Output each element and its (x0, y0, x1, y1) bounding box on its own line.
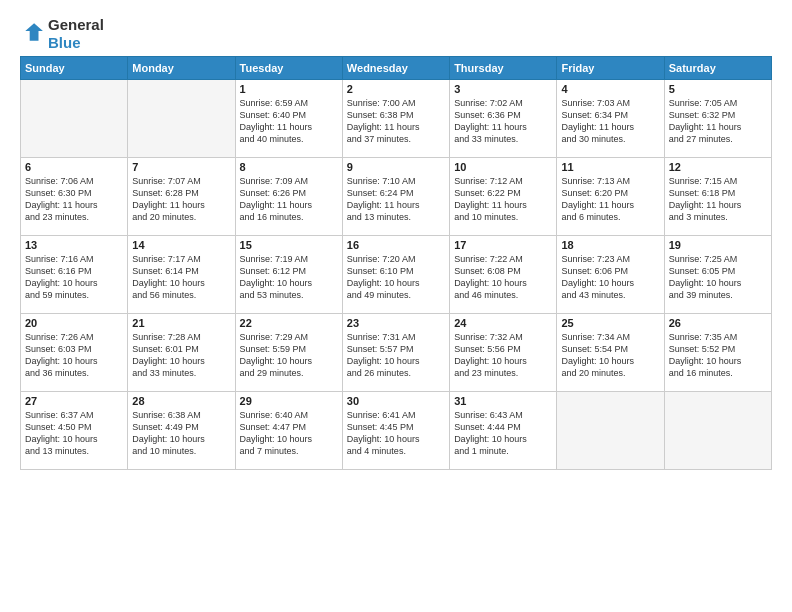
col-header-friday: Friday (557, 57, 664, 80)
cell-info: Sunrise: 7:02 AM Sunset: 6:36 PM Dayligh… (454, 97, 552, 146)
day-number: 1 (240, 83, 338, 95)
cell-info: Sunrise: 7:00 AM Sunset: 6:38 PM Dayligh… (347, 97, 445, 146)
calendar-cell: 6Sunrise: 7:06 AM Sunset: 6:30 PM Daylig… (21, 158, 128, 236)
calendar-cell: 9Sunrise: 7:10 AM Sunset: 6:24 PM Daylig… (342, 158, 449, 236)
cell-info: Sunrise: 7:13 AM Sunset: 6:20 PM Dayligh… (561, 175, 659, 224)
header-row: SundayMondayTuesdayWednesdayThursdayFrid… (21, 57, 772, 80)
calendar-cell: 2Sunrise: 7:00 AM Sunset: 6:38 PM Daylig… (342, 80, 449, 158)
day-number: 4 (561, 83, 659, 95)
cell-info: Sunrise: 7:07 AM Sunset: 6:28 PM Dayligh… (132, 175, 230, 224)
calendar-cell: 19Sunrise: 7:25 AM Sunset: 6:05 PM Dayli… (664, 236, 771, 314)
calendar-cell: 4Sunrise: 7:03 AM Sunset: 6:34 PM Daylig… (557, 80, 664, 158)
cell-info: Sunrise: 7:26 AM Sunset: 6:03 PM Dayligh… (25, 331, 123, 380)
day-number: 8 (240, 161, 338, 173)
day-number: 26 (669, 317, 767, 329)
day-number: 14 (132, 239, 230, 251)
cell-info: Sunrise: 7:16 AM Sunset: 6:16 PM Dayligh… (25, 253, 123, 302)
week-row-5: 27Sunrise: 6:37 AM Sunset: 4:50 PM Dayli… (21, 392, 772, 470)
day-number: 25 (561, 317, 659, 329)
cell-info: Sunrise: 7:22 AM Sunset: 6:08 PM Dayligh… (454, 253, 552, 302)
calendar-cell: 28Sunrise: 6:38 AM Sunset: 4:49 PM Dayli… (128, 392, 235, 470)
day-number: 2 (347, 83, 445, 95)
day-number: 12 (669, 161, 767, 173)
calendar-cell: 30Sunrise: 6:41 AM Sunset: 4:45 PM Dayli… (342, 392, 449, 470)
cell-info: Sunrise: 7:32 AM Sunset: 5:56 PM Dayligh… (454, 331, 552, 380)
cell-info: Sunrise: 6:43 AM Sunset: 4:44 PM Dayligh… (454, 409, 552, 458)
day-number: 31 (454, 395, 552, 407)
cell-info: Sunrise: 7:23 AM Sunset: 6:06 PM Dayligh… (561, 253, 659, 302)
day-number: 20 (25, 317, 123, 329)
day-number: 3 (454, 83, 552, 95)
day-number: 6 (25, 161, 123, 173)
calendar-cell (664, 392, 771, 470)
day-number: 22 (240, 317, 338, 329)
calendar-cell (557, 392, 664, 470)
day-number: 13 (25, 239, 123, 251)
col-header-wednesday: Wednesday (342, 57, 449, 80)
cell-info: Sunrise: 7:12 AM Sunset: 6:22 PM Dayligh… (454, 175, 552, 224)
day-number: 16 (347, 239, 445, 251)
calendar-cell: 8Sunrise: 7:09 AM Sunset: 6:26 PM Daylig… (235, 158, 342, 236)
day-number: 30 (347, 395, 445, 407)
logo: General Blue (20, 16, 104, 52)
calendar-cell: 13Sunrise: 7:16 AM Sunset: 6:16 PM Dayli… (21, 236, 128, 314)
col-header-sunday: Sunday (21, 57, 128, 80)
col-header-saturday: Saturday (664, 57, 771, 80)
calendar-cell: 1Sunrise: 6:59 AM Sunset: 6:40 PM Daylig… (235, 80, 342, 158)
cell-info: Sunrise: 6:37 AM Sunset: 4:50 PM Dayligh… (25, 409, 123, 458)
calendar-cell: 3Sunrise: 7:02 AM Sunset: 6:36 PM Daylig… (450, 80, 557, 158)
cell-info: Sunrise: 7:28 AM Sunset: 6:01 PM Dayligh… (132, 331, 230, 380)
cell-info: Sunrise: 6:38 AM Sunset: 4:49 PM Dayligh… (132, 409, 230, 458)
calendar-cell: 15Sunrise: 7:19 AM Sunset: 6:12 PM Dayli… (235, 236, 342, 314)
day-number: 17 (454, 239, 552, 251)
day-number: 24 (454, 317, 552, 329)
day-number: 18 (561, 239, 659, 251)
cell-info: Sunrise: 6:40 AM Sunset: 4:47 PM Dayligh… (240, 409, 338, 458)
calendar-cell: 27Sunrise: 6:37 AM Sunset: 4:50 PM Dayli… (21, 392, 128, 470)
cell-info: Sunrise: 6:41 AM Sunset: 4:45 PM Dayligh… (347, 409, 445, 458)
logo-line2: Blue (48, 34, 104, 52)
calendar-cell: 21Sunrise: 7:28 AM Sunset: 6:01 PM Dayli… (128, 314, 235, 392)
week-row-4: 20Sunrise: 7:26 AM Sunset: 6:03 PM Dayli… (21, 314, 772, 392)
cell-info: Sunrise: 7:20 AM Sunset: 6:10 PM Dayligh… (347, 253, 445, 302)
calendar-cell: 18Sunrise: 7:23 AM Sunset: 6:06 PM Dayli… (557, 236, 664, 314)
calendar-cell: 14Sunrise: 7:17 AM Sunset: 6:14 PM Dayli… (128, 236, 235, 314)
calendar-cell: 20Sunrise: 7:26 AM Sunset: 6:03 PM Dayli… (21, 314, 128, 392)
day-number: 15 (240, 239, 338, 251)
day-number: 28 (132, 395, 230, 407)
calendar-cell: 24Sunrise: 7:32 AM Sunset: 5:56 PM Dayli… (450, 314, 557, 392)
calendar-cell: 11Sunrise: 7:13 AM Sunset: 6:20 PM Dayli… (557, 158, 664, 236)
cell-info: Sunrise: 7:15 AM Sunset: 6:18 PM Dayligh… (669, 175, 767, 224)
col-header-monday: Monday (128, 57, 235, 80)
day-number: 29 (240, 395, 338, 407)
calendar-cell: 16Sunrise: 7:20 AM Sunset: 6:10 PM Dayli… (342, 236, 449, 314)
cell-info: Sunrise: 7:06 AM Sunset: 6:30 PM Dayligh… (25, 175, 123, 224)
day-number: 10 (454, 161, 552, 173)
day-number: 9 (347, 161, 445, 173)
cell-info: Sunrise: 7:25 AM Sunset: 6:05 PM Dayligh… (669, 253, 767, 302)
cell-info: Sunrise: 7:05 AM Sunset: 6:32 PM Dayligh… (669, 97, 767, 146)
day-number: 21 (132, 317, 230, 329)
cell-info: Sunrise: 6:59 AM Sunset: 6:40 PM Dayligh… (240, 97, 338, 146)
calendar-cell: 23Sunrise: 7:31 AM Sunset: 5:57 PM Dayli… (342, 314, 449, 392)
day-number: 11 (561, 161, 659, 173)
header: General Blue (20, 16, 772, 52)
svg-marker-0 (25, 23, 43, 41)
cell-info: Sunrise: 7:34 AM Sunset: 5:54 PM Dayligh… (561, 331, 659, 380)
calendar-cell (128, 80, 235, 158)
calendar-cell: 26Sunrise: 7:35 AM Sunset: 5:52 PM Dayli… (664, 314, 771, 392)
cell-info: Sunrise: 7:31 AM Sunset: 5:57 PM Dayligh… (347, 331, 445, 380)
calendar-cell: 29Sunrise: 6:40 AM Sunset: 4:47 PM Dayli… (235, 392, 342, 470)
logo-line1: General (48, 16, 104, 34)
day-number: 5 (669, 83, 767, 95)
cell-info: Sunrise: 7:09 AM Sunset: 6:26 PM Dayligh… (240, 175, 338, 224)
page: General Blue SundayMondayTuesdayWednesda… (0, 0, 792, 480)
calendar-cell: 31Sunrise: 6:43 AM Sunset: 4:44 PM Dayli… (450, 392, 557, 470)
day-number: 7 (132, 161, 230, 173)
cell-info: Sunrise: 7:35 AM Sunset: 5:52 PM Dayligh… (669, 331, 767, 380)
calendar-cell: 7Sunrise: 7:07 AM Sunset: 6:28 PM Daylig… (128, 158, 235, 236)
cell-info: Sunrise: 7:29 AM Sunset: 5:59 PM Dayligh… (240, 331, 338, 380)
col-header-tuesday: Tuesday (235, 57, 342, 80)
week-row-3: 13Sunrise: 7:16 AM Sunset: 6:16 PM Dayli… (21, 236, 772, 314)
week-row-1: 1Sunrise: 6:59 AM Sunset: 6:40 PM Daylig… (21, 80, 772, 158)
